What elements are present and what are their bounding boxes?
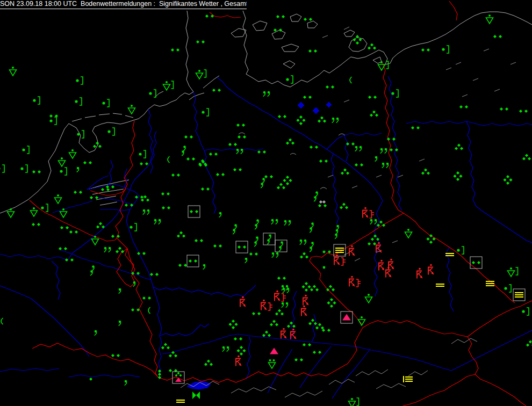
mixed-precipitation-icon xyxy=(318,200,327,207)
thunderstorm-icon xyxy=(301,306,307,316)
drizzle-slight-icon xyxy=(77,167,80,172)
fog-sky-invisible-icon xyxy=(404,376,413,382)
rain-continuous-slight-icon xyxy=(32,170,41,173)
drizzle-slight-icon xyxy=(375,156,378,162)
rain-in-vicinity-icon xyxy=(202,108,209,116)
rain-shower-slight-icon xyxy=(365,294,372,303)
rain-continuous-slight-icon xyxy=(201,187,210,191)
mist-icon xyxy=(176,400,185,402)
drizzle-moderate-icon xyxy=(261,178,265,188)
rain-continuous-slight-icon xyxy=(252,312,261,315)
rain-continuous-slight-icon xyxy=(140,162,148,165)
rain-continuous-moderate-icon xyxy=(318,116,326,122)
drizzle-slight-icon xyxy=(245,258,248,263)
rain-continuous-slight-icon xyxy=(319,160,328,163)
shower-in-vicinity-icon xyxy=(508,267,518,277)
rain-continuous-moderate-icon xyxy=(522,154,531,160)
precipitation-dot-icon xyxy=(323,266,326,269)
rain-continuous-slight-icon xyxy=(111,354,120,357)
thunderstorm-icon xyxy=(303,295,309,306)
rain-continuous-moderate-icon xyxy=(340,202,348,209)
rain-continuous-heavy-icon xyxy=(426,234,435,244)
title-bar: SON 23.09.18 18:00 UTC Bodenwettermeldun… xyxy=(0,0,247,9)
rain-continuous-moderate-icon xyxy=(368,43,376,49)
rain-continuous-slight-icon xyxy=(60,226,69,229)
rain-continuous-slight-icon xyxy=(519,110,528,113)
drizzle-moderate-icon xyxy=(233,224,237,234)
rain-continuous-slight-icon xyxy=(234,337,242,340)
rain-continuous-heavy-icon xyxy=(453,171,462,181)
rain-in-vicinity-icon xyxy=(60,168,67,175)
thunderstorm-icon xyxy=(379,260,385,271)
rain-in-vicinity-icon xyxy=(107,128,114,135)
rain-continuous-slight-icon xyxy=(313,351,321,354)
rain-continuous-slight-icon xyxy=(310,146,318,149)
rain-continuous-slight-icon xyxy=(186,157,195,161)
rain-continuous-slight-icon xyxy=(346,142,355,146)
rain-continuous-slight-icon xyxy=(368,96,377,99)
rain-continuous-slight-icon xyxy=(111,235,120,238)
rain-continuous-slight-icon xyxy=(90,196,98,199)
rain-continuous-heavy-icon xyxy=(296,115,305,125)
rain-in-vicinity-icon xyxy=(0,165,4,172)
rain-continuous-slight-icon xyxy=(188,206,200,218)
drizzle-continuous-slight-icon xyxy=(236,149,243,154)
borders-layer xyxy=(30,1,532,406)
rain-continuous-heavy-icon xyxy=(327,298,336,308)
rain-continuous-heavy-icon xyxy=(283,176,292,185)
rivers-layer xyxy=(0,76,532,398)
drizzle-continuous-slight-icon xyxy=(380,148,387,154)
rain-continuous-moderate-icon xyxy=(277,183,285,189)
drizzle-moderate-icon xyxy=(182,146,186,156)
thunderstorm-in-vicinity-icon xyxy=(261,300,272,310)
drizzle-moderate-icon xyxy=(90,265,95,276)
rain-continuous-moderate-icon xyxy=(275,309,284,315)
rain-continuous-heavy-icon xyxy=(503,175,512,185)
shower-in-vicinity-icon xyxy=(196,70,206,79)
rain-continuous-heavy-icon xyxy=(228,320,238,329)
thunderstorm-icon xyxy=(428,264,434,275)
drizzle-moderate-icon xyxy=(263,233,275,245)
drizzle-continuous-moderate-icon xyxy=(335,225,339,239)
rain-shower-slight-icon xyxy=(55,194,62,204)
rain-shower-slight-icon xyxy=(405,229,412,238)
rain-continuous-slight-icon xyxy=(125,204,133,207)
rain-continuous-slight-icon xyxy=(101,188,110,191)
rain-in-vicinity-icon xyxy=(504,285,511,292)
rain-continuous-slight-icon xyxy=(500,107,508,111)
rain-continuous-slight-icon xyxy=(278,115,286,118)
rain-continuous-slight-icon xyxy=(322,329,330,332)
fog-icon xyxy=(513,289,525,301)
rain-continuous-slight-icon xyxy=(276,15,285,18)
rain-continuous-slight-icon xyxy=(184,135,193,139)
rain-shower-slight-icon xyxy=(59,157,66,166)
wave-arc-icon xyxy=(1,318,3,324)
rain-continuous-moderate-icon xyxy=(96,222,105,228)
rain-continuous-slight-icon xyxy=(249,252,258,256)
rain-continuous-moderate-icon xyxy=(300,252,308,258)
drizzle-moderate-icon xyxy=(310,222,314,233)
drizzle-slight-icon xyxy=(119,288,121,294)
drizzle-moderate-icon xyxy=(310,242,314,252)
rain-continuous-slight-icon xyxy=(411,126,420,129)
rain-in-vicinity-icon xyxy=(522,308,529,315)
drizzle-continuous-slight-icon xyxy=(271,219,278,224)
drizzle-continuous-slight-icon xyxy=(104,247,111,252)
drizzle-moderate-icon xyxy=(255,219,259,229)
rain-in-vicinity-icon xyxy=(75,98,82,105)
funnel-squall-icon xyxy=(192,392,200,399)
wave-arc-icon xyxy=(148,307,150,314)
thunderstorm-icon xyxy=(281,328,287,339)
rain-continuous-slight-icon xyxy=(161,192,170,195)
thunderstorm-icon xyxy=(349,245,355,256)
rain-continuous-slight-icon xyxy=(209,153,218,156)
drizzle-continuous-slight-icon xyxy=(300,240,307,245)
rain-continuous-slight-icon xyxy=(303,96,312,99)
rain-in-vicinity-icon xyxy=(442,46,449,53)
thunderstorm-in-vicinity-icon xyxy=(363,207,374,218)
precipitation-dot-icon xyxy=(90,378,92,381)
rain-continuous-slight-icon xyxy=(493,35,502,38)
rain-continuous-moderate-icon xyxy=(116,247,124,253)
rain-continuous-slight-icon xyxy=(196,40,205,44)
rain-continuous-slight-icon xyxy=(421,48,430,52)
